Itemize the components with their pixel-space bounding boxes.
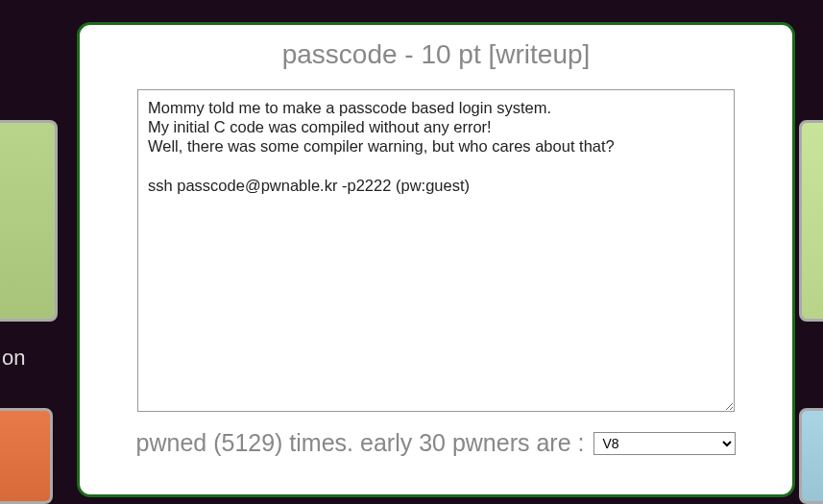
- bg-challenge-tile[interactable]: [0, 408, 53, 504]
- pwned-count-text: pwned (5129) times. early 30 pwners are …: [136, 429, 585, 457]
- bg-challenge-tile[interactable]: [0, 120, 58, 322]
- bg-challenge-tile[interactable]: [799, 120, 823, 322]
- bg-challenge-tile[interactable]: [799, 408, 823, 504]
- pwner-select[interactable]: V8: [593, 432, 736, 455]
- bg-challenge-label: on: [0, 346, 25, 371]
- title-text: passcode - 10 pt: [282, 39, 489, 69]
- challenge-modal: passcode - 10 pt [writeup] pwned (5129) …: [77, 22, 795, 497]
- writeup-link[interactable]: [writeup]: [488, 39, 590, 69]
- pwned-footer: pwned (5129) times. early 30 pwners are …: [104, 429, 768, 457]
- challenge-title: passcode - 10 pt [writeup]: [104, 39, 768, 70]
- challenge-description[interactable]: [137, 89, 735, 412]
